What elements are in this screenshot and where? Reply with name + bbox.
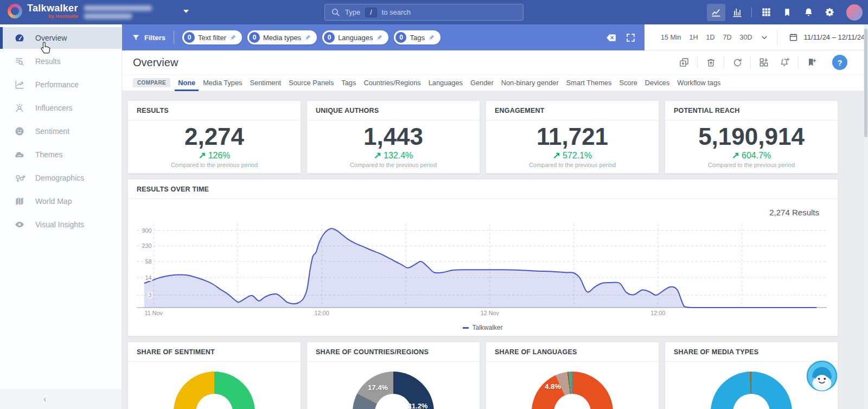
chat-assistant-owl-button[interactable]	[806, 360, 838, 392]
tab-media-types[interactable]: Media Types	[203, 75, 242, 91]
filter-chip-languages[interactable]: 0Languages	[322, 30, 388, 44]
fullscreen-icon[interactable]	[626, 33, 636, 43]
tab-source-panels[interactable]: Source Panels	[289, 75, 334, 91]
bookmark-icon[interactable]	[778, 4, 796, 21]
tab-workflow-tags[interactable]: Workflow tags	[677, 75, 720, 91]
kpi-row: RESULTS2,274↗126%Compared to the previou…	[127, 100, 838, 174]
analytics-trend-icon[interactable]	[707, 4, 725, 21]
time-preset-1h[interactable]: 1H	[690, 34, 698, 41]
donut-chart[interactable]: 17.4%31.2%	[353, 372, 434, 409]
kpi-delta: ↗572.1%	[486, 150, 659, 161]
archive-trash-icon[interactable]	[703, 55, 719, 69]
help-button[interactable]: ?	[832, 55, 847, 70]
scrollbar-track[interactable]	[864, 24, 868, 409]
time-preset-30d[interactable]: 30D	[739, 34, 752, 41]
filter-chip-tags[interactable]: 0Tags	[394, 30, 440, 44]
kpi-title: UNIQUE AUTHORS	[307, 101, 480, 120]
time-chevron-down-icon[interactable]	[760, 33, 769, 42]
pin-icon[interactable]	[304, 34, 311, 41]
sidebar-collapse-button[interactable]: ‹	[0, 389, 122, 409]
tab-languages[interactable]: Languages	[429, 75, 463, 91]
sidebar-item-label: Results	[35, 57, 61, 66]
tab-gender[interactable]: Gender	[470, 75, 494, 91]
results-over-time-body: 2,274 Results 9002305814311 Nov12:0012 N…	[128, 199, 838, 335]
sidebar-item-overview[interactable]: Overview	[0, 27, 122, 49]
sidebar-item-label: Sentiment	[35, 127, 69, 136]
apps-grid-icon[interactable]	[757, 4, 775, 21]
donut-chart[interactable]: 4.8%	[532, 372, 613, 409]
compare-tabs: NoneMedia TypesSentimentSource PanelsTag…	[178, 75, 720, 91]
sidebar-item-demographics[interactable]: Demographics	[0, 167, 122, 189]
chip-label: Languages	[338, 34, 373, 42]
sidebar-item-sentiment[interactable]: Sentiment	[0, 120, 122, 142]
kpi-caption: Compared to the previous period	[486, 162, 659, 168]
kpi-delta: ↗132.4%	[307, 150, 480, 161]
sidebar-item-themes[interactable]: Themes	[0, 144, 122, 165]
talkwalker-swirl-icon	[8, 4, 22, 18]
sidebar-item-label: Demographics	[35, 174, 84, 182]
kpi-title: POTENTIAL REACH	[665, 101, 838, 120]
settings-gear-icon[interactable]	[820, 4, 839, 21]
cloud-icon	[14, 149, 25, 160]
filter-bar: Filters 0Text filter0Media types0Languag…	[122, 24, 868, 50]
donut-chart[interactable]	[711, 372, 792, 409]
chip-label: Media types	[263, 34, 301, 42]
kpi-card-unique-authors: UNIQUE AUTHORS1,443↗132.4%Compared to th…	[307, 100, 480, 174]
pin-icon[interactable]	[229, 34, 237, 41]
time-preset-15min[interactable]: 15 Min	[661, 34, 681, 41]
add-alert-icon[interactable]	[777, 55, 793, 69]
legend-dash-icon	[463, 327, 469, 329]
search-placeholder-suffix: to search	[382, 8, 411, 16]
filter-chip-text-filter[interactable]: 0Text filter	[182, 30, 242, 44]
scrollbar-thumb[interactable]	[864, 29, 867, 137]
tab-tags[interactable]: Tags	[341, 75, 356, 91]
map-icon	[14, 196, 25, 207]
clear-filters-icon[interactable]	[605, 32, 617, 43]
dashboard-toolbar: ?	[676, 55, 847, 70]
pin-icon[interactable]	[428, 34, 435, 41]
kpi-value: 5,190,914	[665, 124, 838, 150]
kpi-card-engagement: ENGAGEMENT11,721↗572.1%Compared to the p…	[486, 100, 659, 174]
sidebar-item-label: Visual Insights	[35, 220, 84, 229]
tab-smart-themes[interactable]: Smart Themes	[566, 75, 612, 91]
sidebar: OverviewResultsPerformanceInfluencersSen…	[0, 24, 122, 409]
kpi-body: 5,190,914↗604.7%Compared to the previous…	[665, 120, 838, 168]
tab-score[interactable]: Score	[619, 75, 637, 91]
date-range-value: 11/11/24 – 12/11/24	[803, 33, 865, 41]
add-widget-icon[interactable]	[756, 55, 772, 69]
time-preset-1d[interactable]: 1D	[706, 34, 715, 41]
sidebar-item-influencers[interactable]: Influencers	[0, 97, 122, 119]
sidebar-item-visual-insights[interactable]: Visual Insights	[0, 214, 122, 235]
refresh-icon[interactable]	[729, 55, 745, 69]
sidebar-item-results[interactable]: Results	[0, 50, 122, 72]
time-preset-7d[interactable]: 7D	[723, 34, 732, 41]
notifications-bell-icon[interactable]	[799, 4, 818, 21]
date-range-picker[interactable]: 11/11/24 – 12/11/24	[789, 33, 865, 42]
time-range-bar: 15 Min1H1D7D30D 11/11/24 – 12/11/24	[644, 24, 868, 50]
talkwalker-logo[interactable]: Talkwalker by Hootsuite	[8, 3, 78, 19]
project-selector[interactable]	[84, 5, 193, 20]
sidebar-item-performance[interactable]: Performance	[0, 74, 122, 95]
tab-countries-regions[interactable]: Countries/Regions	[363, 75, 420, 91]
bar-chart-icon[interactable]	[728, 4, 746, 21]
tab-none[interactable]: None	[178, 75, 195, 91]
filter-chip-media-types[interactable]: 0Media types	[247, 30, 317, 44]
project-caret-down-icon[interactable]	[183, 10, 189, 13]
project-subname-blurred	[84, 14, 132, 19]
pin-icon[interactable]	[376, 34, 383, 41]
filters-button[interactable]: Filters	[132, 34, 165, 42]
user-avatar[interactable]	[846, 4, 863, 21]
sidebar-item-world-map[interactable]: World Map	[0, 190, 122, 212]
main-content: Overview ?	[122, 50, 868, 409]
topbar-actions	[707, 0, 863, 24]
time-bar-divider	[777, 30, 777, 45]
donut-chart[interactable]	[174, 372, 255, 409]
duplicate-dashboard-icon[interactable]	[676, 55, 692, 69]
results-over-time-chart[interactable]: 9002305814311 Nov12:0012 Nov12:00	[137, 222, 830, 318]
tab-sentiment[interactable]: Sentiment	[250, 75, 282, 91]
kpi-delta-value: 572.1%	[563, 151, 592, 161]
search-input[interactable]: Type / to search	[324, 4, 524, 21]
add-bookmark-icon[interactable]	[803, 55, 820, 69]
tab-non-binary-gender[interactable]: Non-binary gender	[501, 75, 559, 91]
tab-devices[interactable]: Devices	[645, 75, 670, 91]
